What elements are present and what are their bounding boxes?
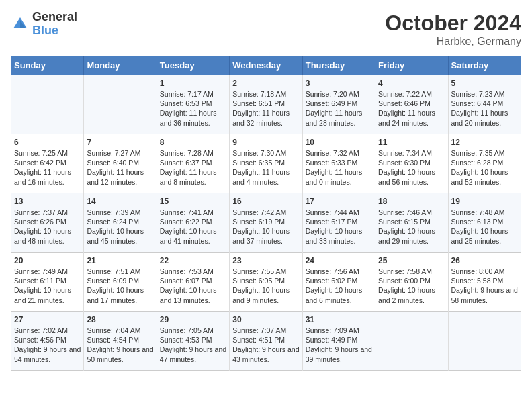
- day-number: 17: [306, 197, 372, 206]
- day-number: 8: [160, 138, 226, 147]
- day-number: 27: [14, 315, 81, 324]
- calendar-cell: 13Sunrise: 7:37 AMSunset: 6:26 PMDayligh…: [11, 193, 84, 253]
- calendar-week-row: 27Sunrise: 7:02 AMSunset: 4:56 PMDayligh…: [11, 312, 521, 371]
- calendar-cell: 9Sunrise: 7:30 AMSunset: 6:35 PMDaylight…: [230, 134, 302, 193]
- day-detail: Sunrise: 7:04 AMSunset: 4:54 PMDaylight:…: [87, 326, 153, 364]
- day-number: 22: [160, 256, 226, 265]
- day-number: 10: [306, 138, 372, 147]
- calendar-cell: 19Sunrise: 7:48 AMSunset: 6:13 PMDayligh…: [448, 193, 521, 253]
- calendar-cell: [84, 75, 157, 134]
- calendar-cell: 22Sunrise: 7:53 AMSunset: 6:07 PMDayligh…: [157, 253, 229, 312]
- calendar-week-row: 1Sunrise: 7:17 AMSunset: 6:53 PMDaylight…: [11, 75, 521, 134]
- calendar-cell: 10Sunrise: 7:32 AMSunset: 6:33 PMDayligh…: [302, 134, 375, 193]
- day-number: 26: [451, 256, 518, 265]
- day-number: 16: [232, 197, 299, 206]
- calendar-table: SundayMondayTuesdayWednesdayThursdayFrid…: [11, 56, 521, 371]
- day-number: 28: [87, 315, 153, 324]
- day-detail: Sunrise: 7:58 AMSunset: 6:00 PMDaylight:…: [378, 267, 445, 305]
- calendar-cell: 6Sunrise: 7:25 AMSunset: 6:42 PMDaylight…: [11, 134, 84, 193]
- day-detail: Sunrise: 7:28 AMSunset: 6:37 PMDaylight:…: [160, 148, 226, 187]
- logo-general: General: [32, 11, 77, 24]
- day-number: 31: [306, 315, 372, 324]
- day-detail: Sunrise: 7:55 AMSunset: 6:05 PMDaylight:…: [232, 267, 299, 305]
- calendar-cell: 11Sunrise: 7:34 AMSunset: 6:30 PMDayligh…: [375, 134, 448, 193]
- day-detail: Sunrise: 7:02 AMSunset: 4:56 PMDaylight:…: [14, 326, 81, 364]
- day-number: 7: [87, 138, 153, 147]
- logo-blue: Blue: [32, 24, 77, 38]
- day-number: 21: [87, 256, 153, 265]
- day-number: 24: [306, 256, 372, 265]
- calendar-cell: [11, 75, 84, 134]
- day-detail: Sunrise: 7:34 AMSunset: 6:30 PMDaylight:…: [378, 148, 445, 187]
- day-detail: Sunrise: 7:35 AMSunset: 6:28 PMDaylight:…: [451, 148, 518, 187]
- day-detail: Sunrise: 7:37 AMSunset: 6:26 PMDaylight:…: [14, 208, 81, 246]
- day-detail: Sunrise: 7:42 AMSunset: 6:19 PMDaylight:…: [232, 208, 299, 246]
- calendar-cell: 7Sunrise: 7:27 AMSunset: 6:40 PMDaylight…: [84, 134, 157, 193]
- location-subtitle: Harbke, Germany: [385, 36, 521, 48]
- header-thursday: Thursday: [302, 56, 375, 75]
- day-detail: Sunrise: 7:48 AMSunset: 6:13 PMDaylight:…: [451, 208, 518, 246]
- page-header: General Blue October 2024 Harbke, German…: [11, 11, 521, 48]
- day-detail: Sunrise: 7:49 AMSunset: 6:11 PMDaylight:…: [14, 267, 81, 305]
- day-number: 15: [160, 197, 226, 206]
- day-number: 18: [378, 197, 445, 206]
- day-number: 6: [14, 138, 81, 147]
- day-detail: Sunrise: 7:32 AMSunset: 6:33 PMDaylight:…: [306, 148, 372, 187]
- calendar-cell: [448, 312, 521, 371]
- day-number: 5: [451, 79, 518, 88]
- day-detail: Sunrise: 7:41 AMSunset: 6:22 PMDaylight:…: [160, 208, 226, 246]
- day-number: 12: [451, 138, 518, 147]
- day-detail: Sunrise: 7:17 AMSunset: 6:53 PMDaylight:…: [160, 89, 226, 128]
- day-number: 19: [451, 197, 518, 206]
- calendar-cell: 3Sunrise: 7:20 AMSunset: 6:49 PMDaylight…: [302, 75, 375, 134]
- month-title: October 2024: [385, 11, 521, 36]
- day-number: 25: [378, 256, 445, 265]
- day-detail: Sunrise: 7:44 AMSunset: 6:17 PMDaylight:…: [306, 208, 372, 246]
- day-detail: Sunrise: 7:07 AMSunset: 4:51 PMDaylight:…: [232, 326, 299, 364]
- calendar-cell: 21Sunrise: 7:51 AMSunset: 6:09 PMDayligh…: [84, 253, 157, 312]
- calendar-cell: 26Sunrise: 8:00 AMSunset: 5:58 PMDayligh…: [448, 253, 521, 312]
- day-number: 11: [378, 138, 445, 147]
- day-number: 3: [306, 79, 372, 88]
- day-number: 9: [232, 138, 299, 147]
- day-detail: Sunrise: 7:22 AMSunset: 6:46 PMDaylight:…: [378, 89, 445, 128]
- day-detail: Sunrise: 7:20 AMSunset: 6:49 PMDaylight:…: [306, 89, 372, 128]
- calendar-cell: 18Sunrise: 7:46 AMSunset: 6:15 PMDayligh…: [375, 193, 448, 253]
- day-detail: Sunrise: 7:30 AMSunset: 6:35 PMDaylight:…: [232, 148, 299, 187]
- day-detail: Sunrise: 7:05 AMSunset: 4:53 PMDaylight:…: [160, 326, 226, 364]
- calendar-cell: 16Sunrise: 7:42 AMSunset: 6:19 PMDayligh…: [230, 193, 302, 253]
- header-tuesday: Tuesday: [157, 56, 229, 75]
- header-monday: Monday: [84, 56, 157, 75]
- calendar-cell: 1Sunrise: 7:17 AMSunset: 6:53 PMDaylight…: [157, 75, 229, 134]
- calendar-cell: 15Sunrise: 7:41 AMSunset: 6:22 PMDayligh…: [157, 193, 229, 253]
- calendar-cell: 12Sunrise: 7:35 AMSunset: 6:28 PMDayligh…: [448, 134, 521, 193]
- calendar-cell: 25Sunrise: 7:58 AMSunset: 6:00 PMDayligh…: [375, 253, 448, 312]
- day-number: 1: [160, 79, 226, 88]
- calendar-cell: 5Sunrise: 7:23 AMSunset: 6:44 PMDaylight…: [448, 75, 521, 134]
- calendar-cell: 27Sunrise: 7:02 AMSunset: 4:56 PMDayligh…: [11, 312, 84, 371]
- calendar-header-row: SundayMondayTuesdayWednesdayThursdayFrid…: [11, 56, 521, 75]
- day-detail: Sunrise: 7:25 AMSunset: 6:42 PMDaylight:…: [14, 148, 81, 187]
- calendar-cell: 23Sunrise: 7:55 AMSunset: 6:05 PMDayligh…: [230, 253, 302, 312]
- calendar-cell: 30Sunrise: 7:07 AMSunset: 4:51 PMDayligh…: [230, 312, 302, 371]
- calendar-week-row: 6Sunrise: 7:25 AMSunset: 6:42 PMDaylight…: [11, 134, 521, 193]
- calendar-week-row: 13Sunrise: 7:37 AMSunset: 6:26 PMDayligh…: [11, 193, 521, 253]
- logo: General Blue: [11, 11, 77, 38]
- day-detail: Sunrise: 8:00 AMSunset: 5:58 PMDaylight:…: [451, 267, 518, 305]
- day-detail: Sunrise: 7:53 AMSunset: 6:07 PMDaylight:…: [160, 267, 226, 305]
- calendar-cell: 8Sunrise: 7:28 AMSunset: 6:37 PMDaylight…: [157, 134, 229, 193]
- calendar-cell: 4Sunrise: 7:22 AMSunset: 6:46 PMDaylight…: [375, 75, 448, 134]
- header-sunday: Sunday: [11, 56, 84, 75]
- calendar-cell: 28Sunrise: 7:04 AMSunset: 4:54 PMDayligh…: [84, 312, 157, 371]
- header-friday: Friday: [375, 56, 448, 75]
- day-number: 13: [14, 197, 81, 206]
- logo-icon: [11, 15, 30, 34]
- calendar-cell: 17Sunrise: 7:44 AMSunset: 6:17 PMDayligh…: [302, 193, 375, 253]
- calendar-cell: [375, 312, 448, 371]
- header-wednesday: Wednesday: [230, 56, 302, 75]
- calendar-cell: 31Sunrise: 7:09 AMSunset: 4:49 PMDayligh…: [302, 312, 375, 371]
- day-detail: Sunrise: 7:46 AMSunset: 6:15 PMDaylight:…: [378, 208, 445, 246]
- calendar-cell: 20Sunrise: 7:49 AMSunset: 6:11 PMDayligh…: [11, 253, 84, 312]
- calendar-cell: 29Sunrise: 7:05 AMSunset: 4:53 PMDayligh…: [157, 312, 229, 371]
- day-detail: Sunrise: 7:27 AMSunset: 6:40 PMDaylight:…: [87, 148, 153, 187]
